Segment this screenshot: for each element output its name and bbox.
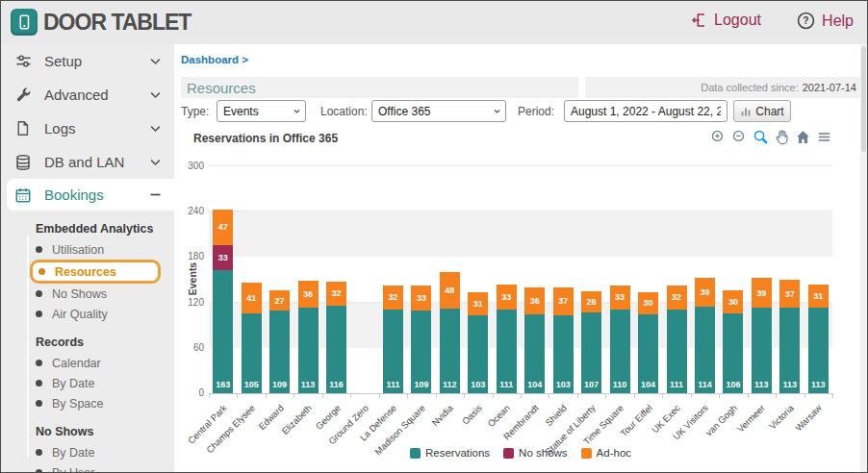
bar-rembrandt[interactable]: 10436	[524, 287, 545, 393]
submenu-item-air-quality[interactable]: Air Quality	[30, 304, 161, 324]
bar-segment-ad-hoc: 33	[411, 286, 431, 311]
bar-segment-ad-hoc: 32	[326, 282, 346, 306]
bar-uk-visitors[interactable]: 11439	[695, 278, 715, 393]
bar-tour-eiffel[interactable]: 10430	[638, 292, 658, 393]
bar-value-label: 47	[213, 222, 233, 232]
sidebar-item-db-and-lan[interactable]: DB and LAN	[1, 145, 174, 179]
scrollbar[interactable]	[860, 44, 867, 473]
y-axis-tick-label: 240	[166, 206, 204, 216]
pan-icon[interactable]	[774, 129, 790, 145]
bar-segment-reservations: 110	[610, 310, 630, 393]
bullet-icon	[36, 360, 42, 366]
bar-value-label: 105	[242, 380, 262, 389]
period-input[interactable]	[564, 100, 728, 122]
breadcrumb-separator: >	[242, 54, 248, 65]
bar-oasis[interactable]: 10331	[468, 292, 488, 393]
scrollbar-thumb[interactable]	[861, 46, 866, 152]
menu-icon[interactable]	[816, 129, 832, 145]
bar-la-defense[interactable]: 11132	[383, 286, 403, 393]
legend-item-reservations[interactable]: Reservations	[410, 447, 490, 459]
chevron-down-icon	[148, 155, 163, 169]
home-icon[interactable]	[795, 129, 811, 145]
sidebar-item-advanced[interactable]: Advanced	[1, 78, 174, 112]
gridline	[209, 211, 832, 212]
submenu-item-no-shows[interactable]: No Shows	[30, 284, 161, 304]
bar-value-label: 39	[752, 288, 772, 298]
bar-value-label: 31	[808, 291, 829, 301]
logout-button[interactable]: Logout	[690, 12, 761, 29]
bar-shield[interactable]: 10337	[553, 287, 574, 393]
submenu-item-resources[interactable]: Resources	[30, 260, 161, 284]
sidebar-item-logs[interactable]: Logs	[1, 112, 174, 145]
bar-ocean[interactable]: 11133	[497, 285, 517, 393]
bar-value-label: 113	[298, 380, 319, 389]
x-axis-tick	[662, 393, 663, 398]
bar-segment-reservations: 111	[667, 310, 687, 393]
bar-value-label: 33	[411, 293, 431, 303]
breadcrumb-dashboard-link[interactable]: Dashboard	[181, 54, 239, 65]
submenu-item-by-date[interactable]: By Date	[30, 442, 161, 462]
bar-elizabeth[interactable]: 11336	[298, 281, 319, 393]
zoom-in-icon[interactable]	[710, 129, 727, 145]
bar-warsaw[interactable]: 11331	[808, 285, 829, 393]
bar-value-label: 110	[610, 380, 630, 389]
help-button[interactable]: ? Help	[797, 12, 854, 30]
bar-segment-reservations: 113	[298, 308, 319, 393]
bar-segment-reservations: 104	[638, 314, 658, 393]
submenu-item-calendar[interactable]: Calendar	[30, 353, 161, 373]
bar-nvidia[interactable]: 11248	[440, 272, 460, 393]
bar-value-label: 36	[524, 296, 545, 306]
y-axis-tick-label: 300	[166, 161, 204, 171]
bar-uk-exec[interactable]: 11132	[667, 286, 687, 393]
selection-zoom-icon[interactable]	[753, 129, 769, 145]
submenu-item-by-date[interactable]: By Date	[30, 373, 161, 393]
legend-item-no-shows[interactable]: No shows	[503, 447, 568, 459]
chart-button[interactable]: Chart	[733, 100, 791, 122]
location-label: Location:	[320, 105, 368, 118]
bar-value-label: 30	[638, 298, 658, 308]
bar-vermeer[interactable]: 11339	[752, 278, 772, 393]
bar-statue-of-liberty[interactable]: 10728	[581, 291, 601, 393]
bar-segment-reservations: 163	[213, 270, 233, 393]
bar-chart-icon	[740, 106, 752, 117]
legend-item-ad-hoc[interactable]: Ad-hoc	[581, 447, 631, 459]
bar-segment-reservations: 112	[440, 309, 460, 393]
submenu-item-label: By Date	[52, 377, 94, 390]
svg-text:?: ?	[803, 15, 808, 26]
x-axis-tick	[832, 393, 833, 398]
bar-segment-ad-hoc: 33	[610, 286, 630, 311]
bar-segment-ad-hoc: 37	[779, 280, 800, 308]
bar-george[interactable]: 11632	[326, 282, 346, 393]
bar-time-square[interactable]: 11033	[610, 286, 630, 393]
submenu-item-by-user[interactable]: By User	[30, 462, 161, 473]
bookings-submenu: Embedded AnalyticsUtilisationResourcesNo…	[1, 222, 174, 473]
sidebar: SetupAdvancedLogsDB and LANBookings Embe…	[1, 44, 174, 473]
bar-value-label: 33	[213, 253, 233, 262]
type-select[interactable]: Events	[217, 100, 306, 122]
bar-segment-reservations: 106	[723, 313, 743, 393]
sidebar-item-setup[interactable]: Setup	[1, 44, 174, 78]
chart-title: Reservations in Office 365	[193, 132, 338, 145]
location-select[interactable]: Office 365	[371, 100, 506, 122]
submenu-item-utilisation[interactable]: Utilisation	[30, 239, 161, 260]
sidebar-item-label: Setup	[44, 53, 82, 69]
bar-edward[interactable]: 10927	[269, 290, 290, 393]
bar-segment-reservations: 114	[695, 307, 715, 393]
zoom-out-icon[interactable]	[731, 129, 748, 145]
sidebar-item-label: Bookings	[44, 187, 104, 203]
bar-segment-ad-hoc: 39	[752, 278, 772, 308]
bar-central-park[interactable]: 1633347	[213, 210, 233, 393]
bar-segment-ad-hoc: 32	[383, 286, 403, 310]
bar-champs-elysee[interactable]: 10541	[242, 283, 262, 393]
bar-segment-ad-hoc: 31	[468, 292, 488, 315]
submenu-section-embedded-analytics: Embedded Analytics	[1, 222, 174, 236]
bar-madison-square[interactable]: 10933	[411, 286, 431, 393]
legend-label: No shows	[519, 447, 568, 459]
submenu-item-by-space[interactable]: By Space	[30, 393, 161, 413]
bar-victoria[interactable]: 11337	[779, 280, 800, 393]
sidebar-item-bookings[interactable]: Bookings	[7, 179, 174, 211]
bar-segment-reservations: 111	[497, 310, 517, 393]
bar-van-gogh[interactable]: 10630	[723, 290, 743, 393]
bar-segment-ad-hoc: 32	[667, 286, 687, 310]
data-since-label: Data collected since:	[701, 82, 799, 93]
